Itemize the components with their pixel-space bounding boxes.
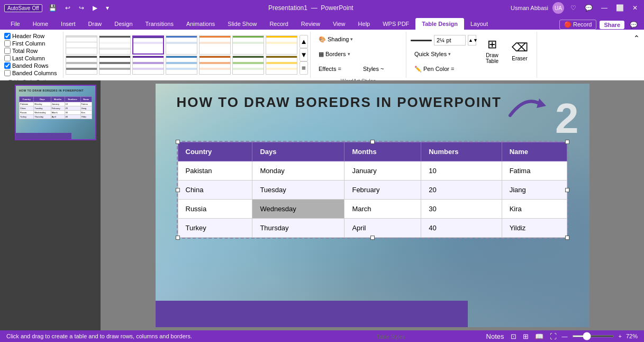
table-wrapper[interactable]: Country Days Months Numbers Name Pakista… — [177, 141, 568, 239]
style-swatch-2[interactable] — [99, 35, 131, 55]
cell-20[interactable]: 20 — [421, 181, 502, 200]
feedback-icon[interactable]: 💬 — [583, 3, 595, 13]
tab-wpspdf[interactable]: WPS PDF — [376, 18, 415, 30]
heart-icon[interactable]: ♡ — [568, 3, 578, 13]
restore-button[interactable]: ⬜ — [614, 3, 626, 13]
col-header-country[interactable]: Country — [178, 142, 252, 161]
first-column-checkbox[interactable] — [4, 40, 11, 47]
handle-middle-right[interactable] — [565, 188, 569, 192]
handle-bottom-middle[interactable] — [370, 236, 375, 240]
total-row-checkbox-label[interactable]: Total Row — [4, 48, 38, 54]
record-ribbon-button[interactable]: 🔴 Record — [559, 20, 597, 30]
cell-jiang[interactable]: Jiang — [502, 181, 567, 200]
cell-kira[interactable]: Kira — [502, 200, 567, 219]
style-swatch-3[interactable] — [132, 35, 164, 55]
tab-layout[interactable]: Layout — [464, 18, 494, 30]
draw-table-button[interactable]: ⊞ Draw Table — [479, 35, 505, 67]
share-button[interactable]: Share — [600, 21, 624, 29]
ribbon-collapse-button[interactable]: ⌃ — [629, 32, 644, 44]
cell-monday[interactable]: Monday — [252, 161, 344, 181]
banded-rows-checkbox[interactable] — [4, 62, 11, 69]
last-column-checkbox[interactable] — [4, 55, 11, 61]
cell-tuesday[interactable]: Tuesday — [252, 181, 344, 200]
tab-transitions[interactable]: Transitions — [139, 18, 180, 30]
swatch-scroll-down[interactable]: ▼ — [300, 48, 308, 61]
customize-button[interactable]: ▾ — [104, 3, 111, 13]
tab-insert[interactable]: Insert — [55, 18, 82, 30]
tab-animations[interactable]: Animations — [180, 18, 221, 30]
close-button[interactable]: ✕ — [630, 3, 640, 13]
handle-top-middle[interactable] — [370, 140, 375, 144]
last-column-checkbox-label[interactable]: Last Column — [4, 55, 45, 61]
style-swatch-4[interactable] — [166, 35, 197, 55]
tab-slideshow[interactable]: Slide Show — [221, 18, 263, 30]
tab-home[interactable]: Home — [26, 18, 55, 30]
eraser-button[interactable]: ⌫ Eraser — [507, 35, 532, 67]
shading-button[interactable]: 🎨 Shading ▾ — [315, 33, 357, 46]
col-header-numbers[interactable]: Numbers — [421, 142, 502, 161]
present-button[interactable]: ▶ — [90, 3, 99, 13]
tab-design[interactable]: Design — [108, 18, 139, 30]
borders-button[interactable]: ▦ Borders ▾ — [315, 48, 357, 60]
undo-button[interactable]: ↩ — [63, 3, 72, 13]
handle-bottom-left[interactable] — [176, 236, 180, 240]
cell-wednesday-highlighted[interactable]: Wednesday — [252, 200, 344, 219]
save-button[interactable]: 💾 — [47, 3, 59, 13]
style-swatch-13[interactable] — [232, 56, 264, 75]
col-header-name[interactable]: Name — [502, 142, 567, 161]
style-swatch-10[interactable] — [132, 56, 164, 75]
col-header-months[interactable]: Months — [344, 142, 421, 161]
effects-button[interactable]: Effects = — [315, 62, 357, 75]
style-swatch-14[interactable] — [266, 56, 297, 75]
cell-turkey[interactable]: Turkey — [178, 219, 252, 238]
header-row-checkbox[interactable] — [4, 33, 11, 39]
data-table[interactable]: Country Days Months Numbers Name Pakista… — [178, 142, 567, 238]
cell-march[interactable]: March — [344, 200, 421, 219]
cell-pakistan[interactable]: Pakistan — [178, 161, 252, 181]
first-column-checkbox-label[interactable]: First Column — [4, 40, 45, 47]
style-swatch-6[interactable] — [232, 35, 264, 55]
tab-help[interactable]: Help — [352, 18, 377, 30]
cell-10[interactable]: 10 — [421, 161, 502, 181]
banded-columns-checkbox-label[interactable]: Banded Columns — [4, 70, 57, 76]
cell-30[interactable]: 30 — [421, 200, 502, 219]
cell-february[interactable]: February — [344, 181, 421, 200]
tab-view[interactable]: View — [326, 18, 352, 30]
style-swatch-1[interactable] — [66, 35, 97, 55]
cell-yildiz[interactable]: Yildiz — [502, 219, 567, 238]
border-size-input[interactable] — [434, 35, 466, 46]
handle-top-left[interactable] — [176, 140, 180, 144]
banded-rows-checkbox-label[interactable]: Banded Rows — [4, 62, 49, 69]
tab-tabledesign[interactable]: Table Design — [415, 18, 464, 30]
comments-button[interactable]: 💬 — [628, 20, 640, 30]
cell-china[interactable]: China — [178, 181, 252, 200]
cell-january[interactable]: January — [344, 161, 421, 181]
style-swatch-7[interactable] — [266, 35, 297, 55]
slide-thumbnail[interactable]: HOW TO DRAW BOREDRS IN POWERPOINT Countr… — [15, 85, 96, 140]
style-swatch-12[interactable] — [199, 56, 231, 75]
style-swatch-8[interactable] — [66, 56, 97, 75]
handle-middle-left[interactable] — [176, 188, 180, 192]
cell-april[interactable]: April — [344, 219, 421, 238]
swatch-scroll-up[interactable]: ▲ — [300, 35, 308, 48]
minimize-button[interactable]: — — [599, 3, 610, 13]
style-swatch-5[interactable] — [199, 35, 231, 55]
tab-file[interactable]: File — [4, 18, 26, 30]
border-size-spinner[interactable]: ▲▼ — [468, 35, 476, 46]
handle-top-right[interactable] — [565, 140, 569, 144]
autosave-badge[interactable]: AutoSave Off — [4, 4, 42, 12]
tab-draw[interactable]: Draw — [82, 18, 108, 30]
styles-button[interactable]: Styles ~ — [359, 62, 402, 75]
style-swatch-11[interactable] — [166, 56, 197, 75]
pen-color-button[interactable]: ✏️ Pen Color = — [411, 62, 458, 75]
header-row-checkbox-label[interactable]: Header Row — [4, 33, 44, 39]
cell-russia[interactable]: Russia — [178, 200, 252, 219]
banded-columns-checkbox[interactable] — [4, 70, 11, 76]
tab-review[interactable]: Review — [295, 18, 326, 30]
handle-bottom-right[interactable] — [565, 236, 569, 240]
style-swatch-9[interactable] — [99, 56, 131, 75]
redo-button[interactable]: ↪ — [77, 3, 86, 13]
swatch-more[interactable]: ≡ — [300, 61, 308, 75]
tab-record[interactable]: Record — [263, 18, 294, 30]
cell-40[interactable]: 40 — [421, 219, 502, 238]
